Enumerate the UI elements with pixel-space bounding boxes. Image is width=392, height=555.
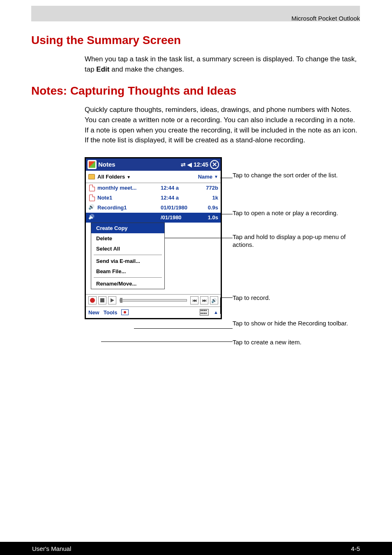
summary-text-bold: Edit bbox=[96, 65, 109, 73]
notes-list: monthly meet... 12:44 a 772b Note1 12:44… bbox=[86, 183, 221, 294]
app-title: Notes bbox=[98, 161, 115, 168]
prev-button[interactable]: ⏮ bbox=[190, 296, 198, 304]
next-button[interactable]: ⏭ bbox=[200, 296, 208, 304]
menu-tools[interactable]: Tools bbox=[104, 309, 118, 316]
sort-dropdown[interactable]: Name▼ bbox=[198, 174, 218, 180]
menu-item-beam-file[interactable]: Beam File... bbox=[91, 266, 164, 276]
speaker-icon bbox=[89, 215, 95, 221]
note-icon bbox=[89, 195, 95, 201]
folder-dropdown[interactable]: All Folders▼ bbox=[97, 174, 131, 180]
context-menu: Create Copy Delete Select All Send via E… bbox=[91, 223, 165, 289]
summary-paragraph: When you tap a task in the task list, a … bbox=[85, 54, 360, 74]
list-item[interactable]: monthly meet... 12:44 a 772b bbox=[86, 183, 221, 193]
chevron-down-icon: ▼ bbox=[214, 174, 218, 179]
menu-item-send-email[interactable]: Send via E-mail... bbox=[91, 256, 164, 266]
menu-item-rename-move[interactable]: Rename/Move... bbox=[91, 279, 164, 289]
clock: 12:45 bbox=[194, 161, 208, 168]
list-item[interactable]: Recording1 01/01/1980 0.9s bbox=[86, 203, 221, 213]
chapter-title: Microsoft Pocket Outlook bbox=[291, 15, 360, 22]
play-button[interactable] bbox=[108, 296, 116, 304]
callout-new: Tap to create a new item. bbox=[233, 338, 302, 346]
chevron-down-icon: ▼ bbox=[127, 175, 131, 179]
device-menu-bar: New Tools ▲ bbox=[86, 307, 221, 318]
note-icon bbox=[89, 185, 95, 191]
status-area[interactable]: ⇄ ◀ 12:45 bbox=[181, 161, 208, 168]
callout-sort: Tap to change the sort order of the list… bbox=[233, 171, 338, 179]
device-screenshot: Notes ⇄ ◀ 12:45 ✕ All Folders▼ Name▼ bbox=[85, 157, 222, 319]
menu-item-select-all[interactable]: Select All bbox=[91, 244, 164, 254]
callout-popup: Tap and hold to display a pop-up menu of… bbox=[233, 233, 360, 249]
menu-item-delete[interactable]: Delete bbox=[91, 233, 164, 244]
record-button[interactable] bbox=[88, 296, 97, 304]
footer-right: 4-5 bbox=[351, 545, 360, 552]
playback-slider[interactable] bbox=[120, 299, 187, 302]
speaker-icon bbox=[89, 205, 95, 211]
folder-bar: All Folders▼ Name▼ bbox=[86, 171, 221, 183]
figure: Notes ⇄ ◀ 12:45 ✕ All Folders▼ Name▼ bbox=[85, 156, 360, 353]
menu-divider bbox=[94, 277, 162, 278]
section-heading-summary: Using the Summary Screen bbox=[31, 34, 360, 47]
stop-button[interactable] bbox=[98, 296, 106, 304]
folder-icon bbox=[88, 174, 95, 179]
sip-up-icon[interactable]: ▲ bbox=[214, 310, 218, 315]
footer-left: User's Manual bbox=[32, 545, 71, 552]
menu-divider bbox=[94, 255, 162, 255]
keyboard-icon[interactable] bbox=[200, 309, 209, 316]
recording-toolbar: ⏮ ⏭ 🔊 bbox=[86, 294, 221, 307]
list-item-selected[interactable]: /01/1980 1.0s bbox=[86, 213, 221, 223]
close-icon[interactable]: ✕ bbox=[210, 160, 219, 169]
menu-item-create-copy[interactable]: Create Copy bbox=[91, 223, 164, 233]
device-titlebar: Notes ⇄ ◀ 12:45 ✕ bbox=[86, 158, 221, 171]
section-heading-notes: Notes: Capturing Thoughts and Ideas bbox=[31, 84, 360, 98]
recording-toolbar-toggle[interactable] bbox=[121, 309, 129, 315]
callout-open: Tap to open a note or play a recording. bbox=[233, 209, 338, 217]
volume-icon: ◀ bbox=[187, 161, 192, 168]
summary-text-post: and make the changes. bbox=[109, 65, 184, 73]
page-footer: User's Manual 4-5 bbox=[0, 542, 392, 555]
callout-toolbar: Tap to show or hide the Recording toolba… bbox=[233, 319, 348, 327]
connectivity-icon: ⇄ bbox=[181, 161, 186, 168]
list-item[interactable]: Note1 12:44 a 1k bbox=[86, 193, 221, 203]
callout-record: Tap to record. bbox=[233, 294, 270, 302]
start-icon[interactable] bbox=[88, 160, 97, 169]
notes-paragraph: Quickly capture thoughts, reminders, ide… bbox=[85, 105, 360, 146]
menu-new[interactable]: New bbox=[88, 309, 99, 316]
volume-button[interactable]: 🔊 bbox=[210, 296, 218, 304]
